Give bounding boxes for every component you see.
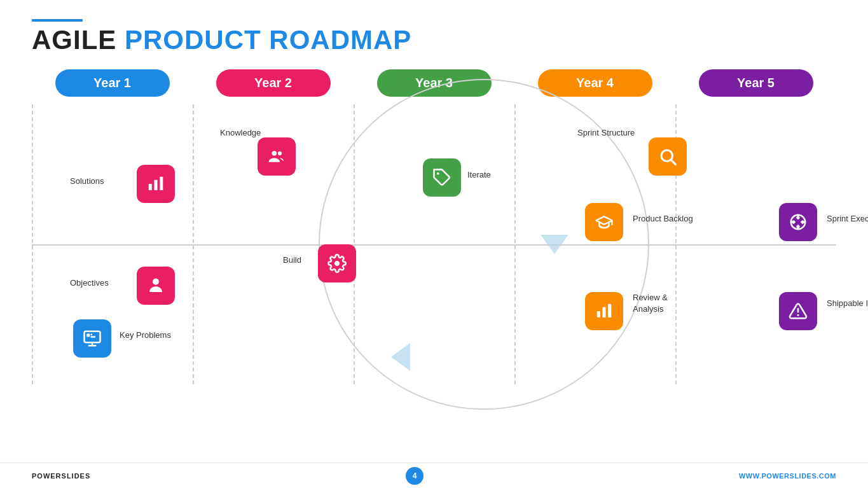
person-icon <box>146 276 165 295</box>
footer: POWERSLIDES 4 WWW.POWERSLIDES.COM <box>0 463 868 488</box>
shippable-increment-icon-box <box>779 292 817 330</box>
search-icon <box>658 147 677 166</box>
shippable-increment-label: Shippable Increment <box>827 298 868 308</box>
product-backlog-label: Product Backlog <box>633 214 693 223</box>
slide: AGILE PRODUCT ROADMAP Year 1 Year 2 Year… <box>0 0 868 488</box>
year-col-2: Year 2 <box>193 69 354 97</box>
soccer-icon <box>789 213 808 232</box>
bar-chart-review-icon <box>595 302 614 321</box>
footer-page: 4 <box>406 467 424 485</box>
grid-area: Solutions Objectives Key Problems <box>32 104 836 384</box>
key-problems-icon-box <box>73 319 111 358</box>
svg-rect-1 <box>155 180 158 190</box>
tag-icon <box>432 168 451 187</box>
bar-chart-icon <box>146 174 165 193</box>
sprint-structure-icon-box <box>649 137 687 176</box>
svg-point-10 <box>334 261 340 266</box>
year-col-3: Year 3 <box>354 69 514 97</box>
year-col-5: Year 5 <box>675 69 836 97</box>
svg-rect-2 <box>160 177 163 190</box>
warning-icon <box>789 302 808 321</box>
year-badge-5: Year 5 <box>699 69 813 97</box>
h-divider <box>32 244 836 246</box>
year-col-1: Year 1 <box>32 69 193 97</box>
graduation-icon <box>595 213 614 232</box>
year-col-4: Year 4 <box>514 69 675 97</box>
title-product: PRODUCT ROADMAP <box>125 25 411 55</box>
year-badge-1: Year 1 <box>55 69 170 97</box>
group-icon <box>267 147 286 166</box>
title-line <box>32 19 83 22</box>
svg-rect-5 <box>86 334 90 337</box>
svg-rect-15 <box>603 307 606 317</box>
footer-url: WWW.POWERSLIDES.COM <box>739 472 836 480</box>
monitor-icon <box>83 329 102 348</box>
key-problems-label: Key Problems <box>120 330 171 340</box>
product-backlog-icon-box <box>585 203 623 241</box>
years-row: Year 1 Year 2 Year 3 Year 4 Year 5 <box>32 69 836 97</box>
iterate-label: Iterate <box>467 170 491 179</box>
iterate-icon-box <box>423 158 461 197</box>
gear-icon <box>327 254 347 273</box>
objectives-label: Objectives <box>70 278 109 288</box>
build-label: Build <box>283 255 301 265</box>
year-badge-4: Year 4 <box>538 69 652 97</box>
svg-point-9 <box>278 151 282 155</box>
review-analysis-icon-box <box>585 292 623 330</box>
review-analysis-label: Review &Analysis <box>633 292 668 315</box>
solutions-label: Solutions <box>70 176 104 186</box>
sprint-execution-icon-box <box>779 203 817 241</box>
sprint-execution-label: Sprint Execution <box>827 214 868 223</box>
svg-rect-16 <box>608 304 611 317</box>
svg-line-13 <box>672 160 676 165</box>
svg-point-8 <box>272 151 277 156</box>
svg-rect-0 <box>149 184 152 190</box>
footer-brand: POWERSLIDES <box>32 472 90 480</box>
svg-rect-14 <box>597 311 600 317</box>
objectives-icon-box <box>137 267 175 305</box>
solutions-icon-box <box>137 165 175 203</box>
sprint-structure-label: Sprint Structure <box>577 128 635 137</box>
title-bar: AGILE PRODUCT ROADMAP <box>32 19 836 53</box>
arrow-left-icon <box>391 343 410 371</box>
build-icon-box <box>318 244 356 282</box>
svg-rect-6 <box>91 334 93 336</box>
title-agile: AGILE <box>32 25 116 55</box>
knowledge-label: Knowledge <box>220 128 261 137</box>
title-text: AGILE PRODUCT ROADMAP <box>32 27 836 53</box>
year-badge-2: Year 2 <box>216 69 331 97</box>
svg-point-3 <box>153 279 159 285</box>
knowledge-icon-box <box>258 137 296 176</box>
arrow-down-icon <box>541 235 568 254</box>
year-badge-3: Year 3 <box>377 69 492 97</box>
svg-rect-7 <box>91 336 96 338</box>
